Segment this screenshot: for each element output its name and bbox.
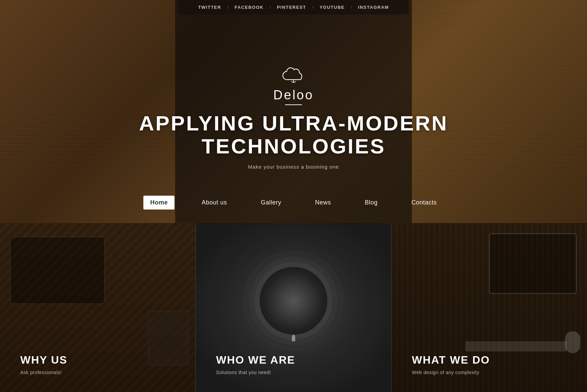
who-we-are-subtitle: Solutions that you need! [216, 370, 371, 375]
what-we-do-subtitle: Web design of any complexity [412, 370, 567, 375]
nav-contacts[interactable]: Contacts [405, 196, 444, 210]
social-pinterest[interactable]: PINTEREST [271, 5, 312, 10]
why-us-title: WHY US [20, 354, 175, 366]
cloud-icon [139, 67, 448, 85]
social-instagram[interactable]: INSTAGRAM [352, 5, 395, 10]
social-facebook[interactable]: FACEBOOK [229, 5, 270, 10]
main-nav: Home About us Gallery News Blog Contacts [0, 196, 587, 223]
social-youtube[interactable]: YOUTUBE [313, 5, 351, 10]
tablet-decoration [10, 237, 105, 304]
social-twitter[interactable]: TWITTER [192, 5, 227, 10]
brand-underline [285, 104, 302, 105]
panel-why-us: WHY US Ask professionals! [0, 223, 195, 392]
hero-headline: APPLYING ULTRA-MODERN TECHNOLOGIES [139, 112, 448, 158]
nav-home[interactable]: Home [143, 196, 174, 210]
what-we-do-title: WHAT WE DO [412, 354, 567, 366]
nav-gallery[interactable]: Gallery [254, 196, 288, 210]
hero-section: TWITTER / FACEBOOK / PINTEREST / YOUTUBE… [0, 0, 587, 223]
mouse-decoration [565, 331, 580, 353]
nav-about[interactable]: About us [195, 196, 234, 210]
hero-content: Deloo APPLYING ULTRA-MODERN TECHNOLOGIES… [139, 47, 448, 183]
bottom-panels: WHY US Ask professionals! WHO WE ARE Sol… [0, 223, 587, 392]
why-us-subtitle: Ask professionals! [20, 370, 175, 375]
monitor-decoration [489, 233, 577, 294]
brand-name: Deloo [139, 88, 448, 102]
keyboard-decoration [465, 341, 567, 351]
svg-line-2 [294, 81, 296, 83]
panel-what-we-do: WHAT WE DO Web design of any complexity [392, 223, 587, 392]
panel-who-we-are: WHO WE ARE Solutions that you need! [195, 223, 392, 392]
hero-subtext: Make your business a booming one [139, 164, 448, 170]
nav-news[interactable]: News [308, 196, 338, 210]
svg-line-1 [291, 81, 294, 83]
social-nav: TWITTER / FACEBOOK / PINTEREST / YOUTUBE… [179, 0, 408, 15]
who-we-are-title: WHO WE ARE [216, 354, 371, 366]
figure-decoration [292, 335, 295, 341]
tunnel-decoration [260, 267, 327, 335]
nav-blog[interactable]: Blog [358, 196, 384, 210]
